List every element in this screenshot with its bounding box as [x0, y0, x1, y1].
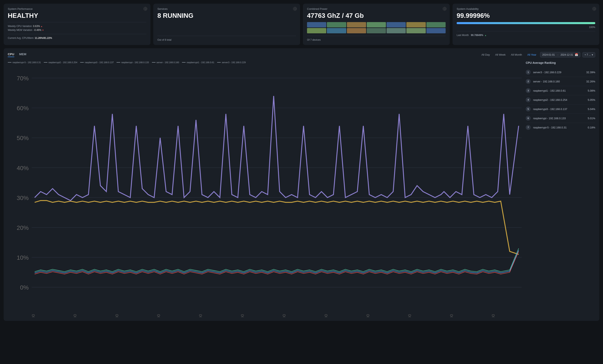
card-title-services: Services [157, 7, 296, 11]
mem-variation-value: -0.46% [34, 29, 41, 32]
chart-svg-wrapper: 70% 60% 50% 40% 30% 20% 10% 0% [8, 66, 522, 317]
rank-badge-3: 3 [526, 88, 531, 93]
filter-label: + 7 ... [585, 53, 591, 56]
legend-item-5: server - 192.168.0.160 [152, 61, 179, 64]
svg-text:2024-04-20 08:00:00: 2024-04-20 08:00:00 [73, 314, 77, 317]
legend-item-4: raspberrypi - 192.168.0.133 [116, 61, 149, 64]
svg-text:2024-05-19 04:00:00: 2024-05-19 04:00:00 [365, 314, 370, 317]
svg-text:2024-05-23 20:00:00: 2024-05-23 20:00:00 [449, 314, 454, 317]
legend-color-3 [80, 62, 84, 63]
filter-button[interactable]: + 7 ... ▾ [582, 52, 595, 58]
rank-name-2: server - 192.168.0.160 [533, 80, 584, 83]
legend-label-4: raspberrypi - 192.168.0.133 [121, 61, 149, 64]
rank-name-4: raspberrypi2 - 192.168.0.254 [533, 98, 585, 101]
tab-cpu[interactable]: CPU [8, 52, 14, 57]
legend-item-6: raspberrypi1 - 192.168.0.61 [182, 61, 214, 64]
rank-name-6: raspberrypi - 192.168.0.133 [533, 117, 585, 120]
date-separator: → [557, 53, 559, 56]
perf-footer-label: Current Avg. CPU/Mem: [8, 37, 34, 39]
svg-text:20%: 20% [17, 224, 29, 231]
legend-label-7: server3 - 192.168.0.229 [222, 61, 246, 64]
tab-mem[interactable]: MEM [19, 52, 26, 57]
svg-text:60%: 60% [17, 105, 29, 112]
last-month-value: 90.78849% [471, 34, 483, 37]
legend-color-7 [217, 62, 221, 63]
divider2 [8, 34, 146, 34]
svg-text:2024-05-10 00:00:00: 2024-05-10 00:00:00 [156, 314, 161, 317]
date-end: 2024-12-31 [560, 53, 573, 56]
avail-bar-fill [457, 22, 595, 24]
power-status: 47763 GhZ / 47 Gb [307, 12, 446, 19]
ranking-item-3: 3 raspberrypi1 - 192.168.0.61 5.08% [526, 86, 595, 95]
power-heatmap [307, 22, 446, 33]
ranking-item-7: 7 raspberrypi-5 - 192.168.0.31 0.18% [526, 123, 595, 132]
rank-value-6: 5.01% [588, 117, 595, 120]
rank-value-3: 5.08% [588, 89, 595, 92]
rank-name-5: raspberrypi3 - 192.168.0.137 [533, 107, 585, 111]
svg-text:2024-05-11 20:00:00: 2024-05-11 20:00:00 [198, 314, 203, 317]
ranking-item-2: 2 server - 192.168.0.160 32.26% [526, 77, 595, 86]
legend-color-2 [44, 62, 47, 63]
info-icon-power[interactable]: ⓘ [443, 7, 446, 11]
rank-badge-2: 2 [526, 79, 531, 84]
rank-name-7: raspberrypi-5 - 192.168.0.31 [533, 126, 585, 129]
services-divider [157, 36, 296, 36]
legend-color-6 [182, 62, 186, 63]
perf-footer: Current Avg. CPU/Mem: 11.26%/81.22% [8, 37, 146, 39]
rank-badge-1: 1 [526, 70, 531, 75]
avail-bar-label: 100% [457, 26, 595, 29]
svg-text:30%: 30% [17, 195, 29, 201]
ranking-item-5: 5 raspberrypi3 - 192.168.0.137 5.04% [526, 105, 595, 114]
rank-value-1: 32.39% [586, 71, 595, 74]
cpu-variation-value: 0.63% [33, 25, 40, 28]
legend-color-5 [152, 62, 156, 63]
cpu-trend-icon: ▲ [41, 25, 43, 27]
power-divider [307, 36, 446, 36]
power-footer: Of 7 devices [307, 38, 446, 41]
info-icon-perf[interactable]: ⓘ [143, 7, 147, 11]
btn-all-day[interactable]: All Day [480, 52, 491, 57]
btn-all-month[interactable]: All Month [509, 52, 524, 57]
chart-legend: raspberrypi-5 - 192.168.0.31 raspberrypi… [8, 61, 522, 64]
legend-item-1: raspberrypi-5 - 192.168.0.31 [8, 61, 41, 64]
svg-text:2024-05-15 12:00:00: 2024-05-15 12:00:00 [282, 314, 286, 317]
rank-value-4: 5.05% [588, 98, 595, 101]
date-range-picker[interactable]: 2024-01-01 → 2024-12-31 📅 [540, 52, 580, 58]
cpu-variation-label: Weekly CPU Variation [8, 25, 32, 28]
panel-header: CPU MEM All Day All Week All Month All Y… [8, 52, 595, 58]
legend-color-4 [116, 62, 120, 63]
services-footer: Out of 8 total [157, 38, 296, 41]
services-chart [157, 22, 296, 33]
card-title-avail: System Availability [457, 7, 595, 11]
ranking-title: CPU Average Ranking [526, 61, 595, 64]
btn-all-week[interactable]: All Week [494, 52, 507, 57]
tabs: CPU MEM [8, 52, 26, 57]
info-icon-avail[interactable]: ⓘ [592, 7, 596, 11]
rank-value-5: 5.04% [588, 107, 595, 111]
avail-divider [457, 31, 595, 31]
rank-badge-4: 4 [526, 97, 531, 102]
chart-section: raspberrypi-5 - 192.168.0.31 raspberrypi… [8, 61, 595, 317]
svg-text:2024-05-26 16:00:00: 2024-05-26 16:00:00 [491, 314, 496, 317]
svg-text:2024-04-01 12:00:00: 2024-04-01 12:00:00 [31, 314, 35, 317]
ranking-item-1: 1 server3 - 192.168.0.229 32.39% [526, 68, 595, 77]
legend-label-6: raspberrypi1 - 192.168.0.61 [187, 61, 214, 64]
services-status: 8 RUNNING [157, 12, 296, 19]
btn-all-year[interactable]: All Year [526, 52, 538, 57]
top-cards: System Performance ⓘ HEALTHY Weekly CPU … [4, 4, 599, 45]
system-performance-card: System Performance ⓘ HEALTHY Weekly CPU … [4, 4, 151, 45]
legend-color-1 [8, 62, 12, 63]
cpu-chart-svg: 70% 60% 50% 40% 30% 20% 10% 0% [8, 66, 522, 317]
mem-variation-label: Weekly MEM Variation [8, 29, 32, 32]
legend-label-5: server - 192.168.0.160 [157, 61, 179, 64]
svg-text:70%: 70% [17, 75, 29, 82]
legend-label-2: raspberrypi2 - 192.168.0.254 [48, 61, 77, 64]
legend-item-7: server3 - 192.168.0.229 [217, 61, 246, 64]
rank-badge-7: 7 [526, 125, 531, 130]
svg-text:2024-05-21 00:00:00: 2024-05-21 00:00:00 [407, 314, 412, 317]
perf-status: HEALTHY [8, 12, 146, 19]
svg-text:0%: 0% [20, 284, 29, 291]
ranking-panel: CPU Average Ranking 1 server3 - 192.168.… [526, 61, 595, 317]
info-icon-services[interactable]: ⓘ [293, 7, 297, 11]
rank-value-2: 32.26% [586, 80, 595, 83]
